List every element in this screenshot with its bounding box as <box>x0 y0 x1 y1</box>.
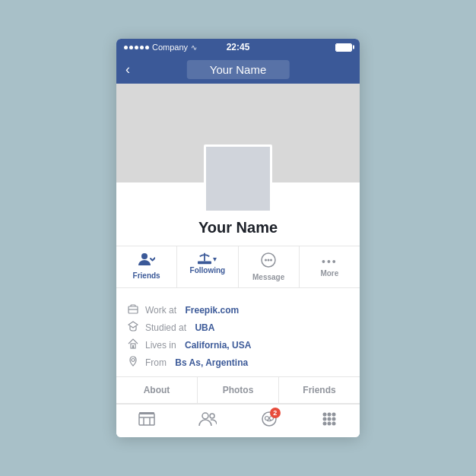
info-studied: Studied at UBA <box>127 321 349 334</box>
tab-friends[interactable]: Friends <box>279 377 360 403</box>
bottom-menu[interactable] <box>321 411 338 431</box>
following-icon: ▾ <box>198 252 217 265</box>
info-from: From Bs As, Argentina <box>127 356 349 369</box>
following-dropdown-icon: ▾ <box>213 255 217 263</box>
svg-point-27 <box>332 417 336 421</box>
svg-rect-10 <box>132 345 134 348</box>
wifi-icon: ∿ <box>191 43 197 52</box>
following-label: Following <box>190 266 226 274</box>
signal-dots <box>124 46 149 49</box>
svg-point-29 <box>328 422 332 426</box>
phone-container: Company ∿ 22:45 ‹ Your Name Your Name <box>116 39 360 437</box>
status-bar: Company ∿ 22:45 <box>116 39 360 56</box>
info-lives: Lives in California, USA <box>127 338 349 351</box>
tab-bar: About Photos Friends <box>116 377 360 404</box>
from-value: Bs As, Argentina <box>175 357 248 368</box>
svg-point-4 <box>268 259 270 262</box>
home-nav-icon <box>138 411 155 430</box>
svg-point-11 <box>132 359 135 362</box>
avatar <box>204 144 272 213</box>
battery-icon <box>335 43 352 52</box>
avatar-container <box>204 144 272 213</box>
message-label: Message <box>252 273 284 281</box>
profile-name: Your Name <box>198 219 278 236</box>
lives-value: California, USA <box>185 340 251 351</box>
following-button[interactable]: ▾ Following <box>177 246 238 287</box>
svg-rect-12 <box>139 414 154 425</box>
svg-point-5 <box>270 259 272 262</box>
nav-title: Your Name <box>187 60 290 79</box>
action-buttons: Friends ▾ Following <box>116 246 360 288</box>
svg-point-18 <box>210 414 214 418</box>
status-right <box>335 43 352 52</box>
back-button[interactable]: ‹ <box>125 62 130 78</box>
info-work: Work at Freepik.com <box>127 303 349 316</box>
menu-nav-icon <box>321 411 338 431</box>
nav-bar: ‹ Your Name <box>116 56 360 84</box>
bottom-nav: 2 <box>116 404 360 437</box>
svg-point-22 <box>323 413 327 417</box>
more-icon: ••• <box>322 252 338 268</box>
svg-rect-16 <box>139 412 154 414</box>
svg-point-20 <box>265 417 268 420</box>
friends-nav-icon <box>198 411 217 430</box>
work-icon <box>127 303 139 316</box>
bottom-friends[interactable] <box>198 411 217 430</box>
message-button[interactable]: Message <box>239 246 300 287</box>
svg-point-28 <box>323 422 327 426</box>
friends-button[interactable]: Friends <box>116 246 177 287</box>
message-icon <box>260 252 277 271</box>
svg-rect-1 <box>198 262 211 265</box>
info-section: Work at Freepik.com Studied at UBA <box>116 296 360 377</box>
lives-label: Lives in <box>145 340 179 351</box>
svg-point-23 <box>328 413 332 417</box>
tab-photos[interactable]: Photos <box>198 377 279 403</box>
studied-icon <box>127 321 139 334</box>
work-value: Freepik.com <box>185 305 239 316</box>
carrier-label: Company <box>152 43 188 52</box>
work-label: Work at <box>145 305 179 316</box>
location-icon <box>127 356 139 369</box>
status-left: Company ∿ <box>124 43 197 52</box>
svg-point-17 <box>202 413 208 419</box>
more-label: More <box>320 269 338 278</box>
svg-point-3 <box>265 259 267 262</box>
bottom-notifications[interactable]: 2 <box>261 411 278 431</box>
bottom-home[interactable] <box>138 411 155 430</box>
svg-point-25 <box>323 417 327 421</box>
from-label: From <box>145 357 169 368</box>
studied-value: UBA <box>195 322 214 333</box>
profile-section: Your Name Friends <box>116 182 360 296</box>
tab-about[interactable]: About <box>116 377 198 403</box>
friends-icon <box>138 252 155 270</box>
studied-label: Studied at <box>145 322 189 333</box>
svg-point-26 <box>328 417 332 421</box>
svg-point-30 <box>332 422 336 426</box>
friends-label: Friends <box>133 271 160 280</box>
svg-point-0 <box>141 253 148 259</box>
home-icon <box>127 338 139 351</box>
time-label: 22:45 <box>227 42 250 52</box>
svg-point-24 <box>332 413 336 417</box>
more-button[interactable]: ••• More <box>300 246 360 287</box>
notification-badge: 2 <box>270 408 281 418</box>
